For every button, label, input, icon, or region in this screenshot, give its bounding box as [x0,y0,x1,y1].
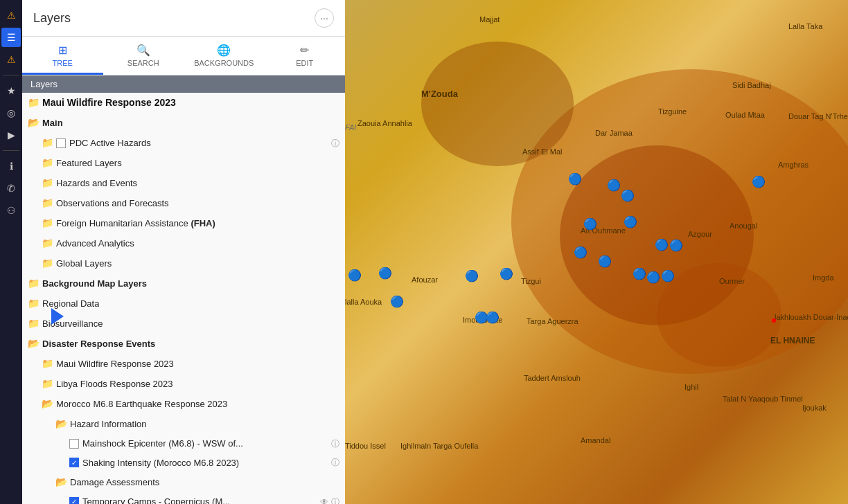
tab-search[interactable]: 🔍 SEARCH [103,37,184,75]
tree-item-hazards[interactable]: 📁 Hazards and Events [22,173,345,193]
item-label: Hazard Information [70,417,147,431]
map-background: Majjat Lalla Taka Sidi Badhaj M'Zouda Za… [345,0,848,504]
marker-6: 🔵 [624,215,637,228]
tab-backgrounds[interactable]: 🌐 BACKGROUNDS [184,37,265,75]
icon-sidebar: ⚠ ☰ ⚠ ★ ◎ ▶ ℹ ✆ ⚇ [0,0,22,504]
marker-3: 🔵 [621,189,635,202]
folder-icon: 📁 [42,156,53,170]
item-label: Damage Assessments [70,476,159,489]
tree-item-maui-top[interactable]: 📁 Maui Wildfire Response 2023 [22,93,345,113]
tree-item-morocco[interactable]: 📂 Morocco M6.8 Earthquake Response 2023 [22,394,345,414]
map-label-lakhlouakh: lakhlouakh Douar-Inaden [775,313,848,321]
alert-btn[interactable]: ⚠ [1,50,21,69]
tree-item-copernicus[interactable]: ✓ Temporary Camps - Copernicus (M... 👁 ⓘ [22,492,345,504]
tree-item-regional[interactable]: 📁 Regional Data [22,294,345,314]
info-icon[interactable]: ⓘ [331,496,339,504]
camera-btn[interactable]: ▶ [1,125,21,145]
tree-item-pdc[interactable]: 📁 PDC Active Hazards ⓘ [22,133,345,153]
item-label: Advanced Analytics [56,237,134,251]
shaking-checkbox[interactable]: ✓ [69,458,79,467]
divider-2 [3,150,19,151]
folder-icon: 📁 [28,276,39,291]
map-label-anougal: Anougal [730,222,757,230]
marker-10: 🔵 [598,255,612,268]
tree-item-damage[interactable]: 📂 Damage Assessments [22,472,345,492]
folder-icon: 📁 [42,196,53,210]
location-btn[interactable]: ◎ [1,103,21,123]
marker-4: 🔵 [752,175,766,188]
item-label: Featured Layers [56,156,122,170]
folder-icon: 📁 [42,236,53,251]
map-label-tizgui: Tizgui [521,277,541,285]
marker-19: 🔵 [378,267,392,280]
map-label-mzouda: M'Zouda [421,89,458,99]
warning-top-btn[interactable]: ⚠ [1,6,21,25]
tree-item-observations[interactable]: 📁 Observations and Forecasts [22,193,345,213]
info-icon[interactable]: ⓘ [331,438,339,450]
tooltip-arrow [51,308,64,325]
map-label-tizguine: Tizguine [658,107,687,116]
layers-header: Layers ··· [22,0,345,37]
folder-icon: 📁 [28,316,39,331]
marker-7: 🔵 [655,238,669,251]
folder-icon: 📁 [42,136,53,150]
tree-item-global[interactable]: 📁 Global Layers [22,253,345,273]
map-label-majjat: Majjat [479,15,500,24]
item-label: Mainshock Epicenter (M6.8) - WSW of... [82,437,243,451]
map-label-afouzar: Afouzar [412,276,438,284]
info-icon[interactable]: ⓘ [331,137,339,150]
more-button[interactable]: ··· [315,8,334,28]
tree-item-mainshock[interactable]: Mainshock Epicenter (M6.8) - WSW of... ⓘ [22,434,345,453]
tree-item-libya[interactable]: 📁 Libya Floods Response 2023 [22,374,345,394]
pdc-checkbox[interactable] [56,138,66,148]
tree-area[interactable]: 📁 Maui Wildfire Response 2023 📂 Main 📁 P… [22,93,345,504]
marker-17: 🔵 [486,311,500,324]
folder-icon: 📂 [55,475,67,489]
tab-tree[interactable]: ⊞ TREE [22,37,103,75]
map-label-assif: Assif El Mal [522,147,562,156]
item-label: Foreign Humanitarian Assistance (FHA) [56,217,215,231]
marker-8: 🔵 [669,239,683,252]
tab-edit[interactable]: ✏ EDIT [265,37,346,75]
folder-icon: 📂 [42,397,53,411]
marker-1: 🔵 [568,172,582,186]
phone-btn[interactable]: ✆ [1,179,21,198]
star-btn[interactable]: ★ [1,81,21,100]
tree-item-background[interactable]: 📁 Background Map Layers [22,273,345,294]
map-label-amandal: Amandal [581,436,610,444]
info-btn[interactable]: ℹ [1,156,21,176]
map-area[interactable]: Majjat Lalla Taka Sidi Badhaj M'Zouda Za… [345,0,848,504]
tree-item-biosurveillance[interactable]: 📁 Biosurveillance [22,314,345,334]
mainshock-checkbox[interactable] [69,439,79,449]
layers-btn[interactable]: ☰ [1,28,21,47]
tree-item-main[interactable]: 📂 Main [22,113,345,133]
folder-icon: 📁 [28,96,39,110]
map-label-azgour: Azgour [688,230,712,238]
search-tab-icon: 🔍 [136,44,150,57]
eq-blob-center [560,145,754,325]
tree-item-maui-sub[interactable]: 📁 Maui Wildfire Response 2023 [22,354,345,374]
person-btn[interactable]: ⚇ [1,201,21,220]
info-icon[interactable]: ⓘ [331,456,339,469]
copernicus-checkbox[interactable]: ✓ [69,497,79,504]
map-label-ijoukak: Ijoukak [802,404,827,412]
eye-icon[interactable]: 👁 [320,496,328,504]
map-label-sidi-badhaj: Sidi Badhaj [732,81,771,89]
folder-icon: 📁 [42,357,53,371]
item-label: Observations and Forecasts [56,197,169,210]
red-dot-epicenter [772,318,776,323]
marker-2: 🔵 [607,179,621,192]
item-label: Morocco M6.8 Earthquake Response 2023 [56,397,227,411]
folder-icon: 📂 [28,116,39,130]
tree-item-shaking[interactable]: ✓ Shaking Intensity (Morocco M6.8 2023) … [22,453,345,473]
tree-item-hazard-info[interactable]: 📂 Hazard Information [22,414,345,434]
item-label: Main [42,116,63,130]
tree-item-disaster[interactable]: 📂 Disaster Response Events [22,334,345,354]
tree-item-featured[interactable]: 📁 Featured Layers [22,153,345,173]
tree-item-analytics[interactable]: 📁 Advanced Analytics [22,233,345,253]
marker-5: 🔵 [583,217,597,231]
tree-item-fha[interactable]: 📁 Foreign Humanitarian Assistance (FHA) [22,213,345,233]
item-label: Maui Wildfire Response 2023 [56,357,174,371]
item-label: Global Layers [56,257,112,271]
item-label: Maui Wildfire Response 2023 [42,96,176,110]
